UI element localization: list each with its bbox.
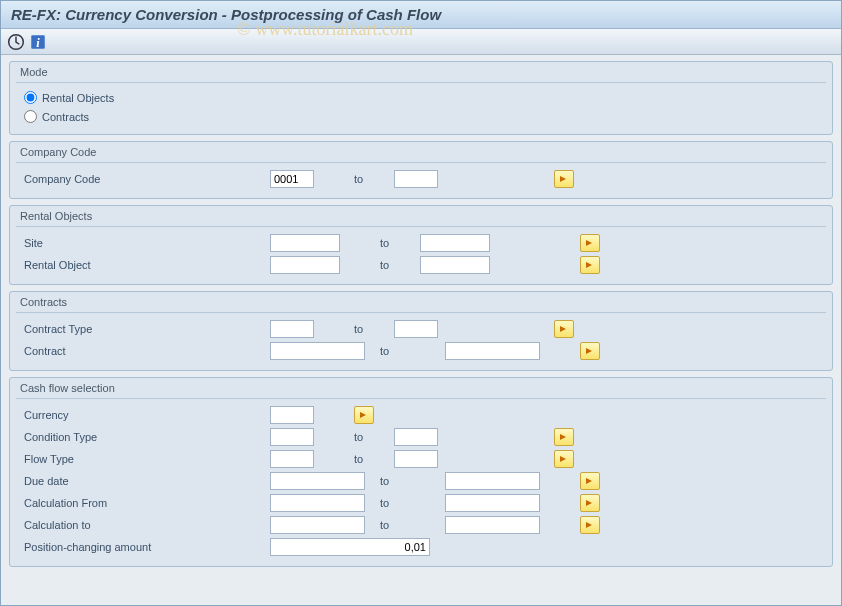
row-flow-type: Flow Type to [20, 448, 822, 470]
input-site-from[interactable] [270, 234, 340, 252]
content-area: Mode Rental Objects Contracts Company Co… [1, 55, 841, 581]
input-contract-from[interactable] [270, 342, 365, 360]
multi-select-flow-type[interactable] [554, 450, 574, 468]
label-condition-type: Condition Type [20, 431, 270, 443]
label-position-amount: Position-changing amount [20, 541, 270, 553]
multi-select-calc-to[interactable] [580, 516, 600, 534]
group-company-code-title: Company Code [16, 146, 826, 163]
to-label-calc-to: to [365, 519, 445, 531]
multi-select-rental-object[interactable] [580, 256, 600, 274]
group-rental-objects-title: Rental Objects [16, 210, 826, 227]
input-calc-to-to[interactable] [445, 516, 540, 534]
window-title: RE-FX: Currency Conversion - Postprocess… [1, 1, 841, 29]
label-rental-object: Rental Object [20, 259, 270, 271]
row-company-code: Company Code to [20, 168, 822, 190]
label-currency: Currency [20, 409, 270, 421]
label-site: Site [20, 237, 270, 249]
input-currency[interactable] [270, 406, 314, 424]
multi-select-due-date[interactable] [580, 472, 600, 490]
group-rental-objects: Rental Objects Site to Rental Object to [9, 205, 833, 285]
row-currency: Currency [20, 404, 822, 426]
row-due-date: Due date to [20, 470, 822, 492]
input-calc-to-from[interactable] [270, 516, 365, 534]
row-site: Site to [20, 232, 822, 254]
multi-select-company-code[interactable] [554, 170, 574, 188]
multi-select-site[interactable] [580, 234, 600, 252]
info-icon[interactable]: i [29, 33, 47, 51]
to-label-company-code: to [314, 173, 394, 185]
label-flow-type: Flow Type [20, 453, 270, 465]
input-rental-object-from[interactable] [270, 256, 340, 274]
input-company-code-to[interactable] [394, 170, 438, 188]
radio-contracts[interactable] [24, 110, 37, 123]
label-due-date: Due date [20, 475, 270, 487]
group-contracts: Contracts Contract Type to Contract to [9, 291, 833, 371]
row-calc-to: Calculation to to [20, 514, 822, 536]
to-label-contract: to [365, 345, 445, 357]
radio-rental-objects-label[interactable]: Rental Objects [42, 92, 114, 104]
radio-rental-objects-row: Rental Objects [20, 88, 822, 107]
label-company-code: Company Code [20, 173, 270, 185]
group-cash-flow-title: Cash flow selection [16, 382, 826, 399]
to-label-rental-object: to [340, 259, 420, 271]
input-rental-object-to[interactable] [420, 256, 490, 274]
input-calc-from-from[interactable] [270, 494, 365, 512]
group-mode-title: Mode [16, 66, 826, 83]
multi-select-calc-from[interactable] [580, 494, 600, 512]
to-label-site: to [340, 237, 420, 249]
label-calc-from: Calculation From [20, 497, 270, 509]
row-contract-type: Contract Type to [20, 318, 822, 340]
group-cash-flow: Cash flow selection Currency Condition T… [9, 377, 833, 567]
group-company-code: Company Code Company Code to [9, 141, 833, 199]
input-due-date-to[interactable] [445, 472, 540, 490]
input-condition-type-from[interactable] [270, 428, 314, 446]
execute-icon[interactable] [7, 33, 25, 51]
row-rental-object: Rental Object to [20, 254, 822, 276]
input-position-amount[interactable] [270, 538, 430, 556]
to-label-flow-type: to [314, 453, 394, 465]
input-contract-to[interactable] [445, 342, 540, 360]
radio-rental-objects[interactable] [24, 91, 37, 104]
multi-select-contract[interactable] [580, 342, 600, 360]
radio-contracts-label[interactable]: Contracts [42, 111, 89, 123]
to-label-calc-from: to [365, 497, 445, 509]
input-calc-from-to[interactable] [445, 494, 540, 512]
row-contract: Contract to [20, 340, 822, 362]
radio-contracts-row: Contracts [20, 107, 822, 126]
label-contract: Contract [20, 345, 270, 357]
input-contract-type-to[interactable] [394, 320, 438, 338]
group-mode: Mode Rental Objects Contracts [9, 61, 833, 135]
input-flow-type-from[interactable] [270, 450, 314, 468]
sap-window: RE-FX: Currency Conversion - Postprocess… [0, 0, 842, 606]
row-calc-from: Calculation From to [20, 492, 822, 514]
row-condition-type: Condition Type to [20, 426, 822, 448]
label-contract-type: Contract Type [20, 323, 270, 335]
input-due-date-from[interactable] [270, 472, 365, 490]
label-calc-to: Calculation to [20, 519, 270, 531]
input-site-to[interactable] [420, 234, 490, 252]
multi-select-condition-type[interactable] [554, 428, 574, 446]
row-position-amount: Position-changing amount [20, 536, 822, 558]
to-label-condition-type: to [314, 431, 394, 443]
input-flow-type-to[interactable] [394, 450, 438, 468]
to-label-contract-type: to [314, 323, 394, 335]
multi-select-contract-type[interactable] [554, 320, 574, 338]
application-toolbar: i [1, 29, 841, 55]
input-condition-type-to[interactable] [394, 428, 438, 446]
to-label-due-date: to [365, 475, 445, 487]
input-contract-type-from[interactable] [270, 320, 314, 338]
group-contracts-title: Contracts [16, 296, 826, 313]
input-company-code-from[interactable] [270, 170, 314, 188]
multi-select-currency[interactable] [354, 406, 374, 424]
svg-text:i: i [36, 35, 40, 49]
